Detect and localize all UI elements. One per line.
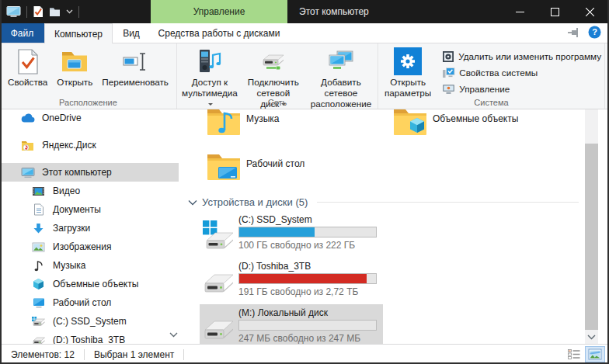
group-header-label: Устройства и диски (5) [202, 196, 308, 208]
map-network-drive-icon [260, 50, 287, 73]
separator [183, 349, 184, 360]
ribbon-tabs: ФайлКомпьютерВидСредства работы с дискам… [0, 23, 609, 43]
content-pane: Устройства и диски (5) МузыкаОбъемные об… [179, 109, 585, 344]
button-label: Свойства системы [459, 68, 538, 78]
computer-icon[interactable] [6, 5, 21, 18]
ribbon-button-open[interactable]: Открыть [53, 46, 96, 89]
folder-name: Музыка [246, 113, 279, 145]
ribbon-button-uninstall-program[interactable]: Удалить или изменить программу [439, 48, 604, 64]
objects3d-icon [31, 278, 46, 290]
ribbon-button-rename[interactable]: Переименовать [98, 46, 172, 89]
button-label: Переименовать [102, 77, 169, 87]
ribbon-group-label: Сеть [177, 98, 378, 107]
folder-name: Объемные объекты [433, 113, 518, 145]
uninstall-program-icon [442, 50, 454, 63]
tab-view[interactable]: Вид [113, 23, 150, 43]
folder-desktop-icon [206, 151, 243, 190]
group-header[interactable]: Устройства и диски (5) [188, 194, 579, 210]
ribbon-group-location: СвойстваОткрытьПереименоватьРасположение [0, 43, 177, 109]
sidebar-item-onedrive[interactable]: OneDrive [0, 109, 179, 127]
explorer-window: Управление Этот компьютер ФайлКомпьютерВ… [0, 0, 609, 364]
sidebar-item-3d-objects[interactable]: Объемные объекты [0, 275, 179, 293]
drive-windows-icon [31, 316, 46, 327]
ribbon-button-open-settings[interactable]: Открыть параметры [379, 46, 437, 100]
sidebar-item-downloads[interactable]: Загрузки [0, 219, 179, 237]
open-folder-icon [61, 50, 88, 74]
media-access-icon [197, 48, 222, 75]
ribbon-button-system-properties[interactable]: Свойства системы [439, 64, 604, 81]
music-icon [31, 260, 46, 272]
button-label: Открыть [57, 77, 92, 87]
vertical-scrollbar[interactable] [585, 109, 598, 344]
drive-tile-drive-d[interactable]: (D:) Toshiba_3TB191 ГБ свободно из 2,72 … [200, 258, 383, 303]
scrollbar-down-button[interactable] [585, 331, 598, 343]
drive-name: (D:) Toshiba_3TB [238, 260, 383, 272]
new-folder-icon[interactable] [49, 7, 61, 17]
ribbon-aux: ? [567, 26, 601, 39]
sidebar-item-label: (D:) Toshiba_3TB [53, 335, 125, 344]
drive-free-space: 191 ГБ свободно из 2,72 ТБ [238, 286, 383, 297]
ribbon-button-properties[interactable]: Свойства [4, 46, 51, 89]
pin-icon[interactable] [567, 27, 580, 38]
details-view-button[interactable] [565, 347, 583, 362]
folder-tile-desktop[interactable]: Рабочий стол [206, 151, 385, 190]
chevron-down-icon[interactable] [66, 9, 73, 14]
ribbon-button-management[interactable]: Управление [439, 81, 604, 97]
button-label: Удалить или изменить программу [458, 51, 601, 61]
capacity-bar-fill [239, 274, 367, 283]
sidebar-item-label: OneDrive [42, 113, 82, 123]
status-bar: Элементов: 12 Выбран 1 элемент [0, 344, 609, 364]
separator [78, 6, 79, 18]
tab-file[interactable]: Файл [0, 23, 44, 43]
sidebar-item-label: Загрузки [53, 223, 90, 234]
close-button[interactable] [572, 0, 607, 23]
sidebar-item-label: Документы [53, 204, 101, 215]
sidebar-item-drive-c[interactable]: (C:) SSD_System [0, 312, 179, 331]
sidebar-item-label: Яндекс.Диск [42, 140, 96, 151]
drive-icon [31, 335, 46, 344]
scrollbar-thumb[interactable] [585, 144, 598, 330]
selection-info: Выбран 1 элемент [94, 349, 174, 360]
minimize-button[interactable] [503, 0, 538, 23]
contextual-tab-header[interactable]: Управление [151, 0, 287, 23]
drive-large-icon [200, 311, 238, 344]
navigation-pane: OneDriveЯндекс.ДискЭтот компьютерВидеоДо… [0, 109, 179, 344]
ribbon-group-system: Открыть параметрыУдалить или изменить пр… [378, 43, 605, 109]
sidebar-scroll-down-icon[interactable] [169, 329, 178, 340]
sidebar-item-this-pc[interactable]: Этот компьютер [0, 163, 179, 182]
properties-large-icon [17, 49, 39, 75]
capacity-bar [238, 320, 377, 331]
maximize-button[interactable] [538, 0, 572, 23]
drive-tile-drive-c[interactable]: (C:) SSD_System100 ГБ свободно из 222 ГБ [200, 211, 383, 256]
folder-tile-music[interactable]: Музыка [206, 109, 385, 145]
sidebar-item-desktop[interactable]: Рабочий стол [0, 293, 179, 312]
help-icon[interactable]: ? [588, 26, 601, 39]
onedrive-cloud-icon [20, 113, 35, 123]
add-network-location-icon [328, 50, 354, 73]
drive-system-icon [200, 218, 238, 252]
sidebar-item-label: Музыка [53, 260, 85, 271]
documents-icon [31, 203, 46, 216]
sidebar-item-pictures[interactable]: Изображения [0, 237, 179, 256]
system-properties-icon [442, 67, 455, 79]
drive-free-space: 247 МБ свободно из 247 МБ [238, 333, 383, 344]
folder-tile-3d-objects[interactable]: Объемные объекты [392, 109, 571, 145]
properties-icon[interactable] [33, 5, 44, 18]
sidebar-item-videos[interactable]: Видео [0, 182, 179, 200]
group-collapse-icon[interactable] [188, 196, 197, 208]
drive-tile-drive-m[interactable]: (M:) Локальный диск247 МБ свободно из 24… [200, 304, 383, 344]
sidebar-item-documents[interactable]: Документы [0, 200, 179, 219]
details-view-icon [567, 348, 581, 360]
folder-music-icon [206, 109, 243, 145]
tab-computer[interactable]: Компьютер [44, 23, 113, 43]
pictures-icon [31, 242, 46, 252]
sidebar-item-music[interactable]: Музыка [0, 256, 179, 275]
thumbnails-view-button[interactable] [586, 347, 604, 362]
quick-access-toolbar [6, 0, 79, 23]
tab-disk-tools[interactable]: Средства работы с дисками [150, 23, 288, 43]
sidebar-item-yandex-disk[interactable]: Яндекс.Диск [0, 136, 179, 154]
sidebar-item-label: Объемные объекты [53, 279, 138, 289]
sidebar-item-drive-d[interactable]: (D:) Toshiba_3TB [0, 331, 179, 344]
rename-icon [123, 50, 148, 74]
ribbon: СвойстваОткрытьПереименоватьРасположение… [0, 43, 609, 109]
